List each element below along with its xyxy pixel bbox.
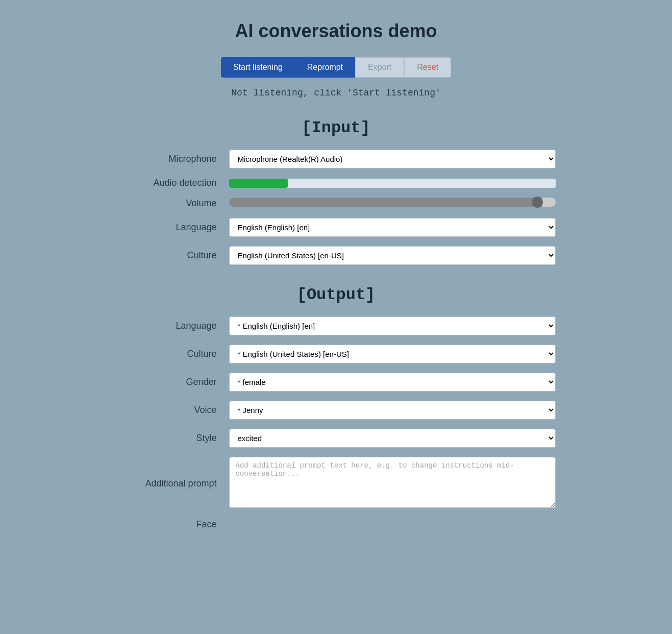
microphone-control[interactable]: Microphone (Realtek(R) Audio): [229, 150, 556, 168]
audio-detection-fill: [229, 179, 288, 188]
output-section: [Output] Language * English (English) [e…: [107, 285, 566, 530]
input-culture-control[interactable]: English (United States) [en-US]: [229, 246, 556, 265]
input-language-control[interactable]: English (English) [en]: [229, 218, 556, 237]
output-voice-row: Voice * Jenny: [117, 401, 556, 420]
output-culture-label: Culture: [117, 349, 229, 359]
output-language-label: Language: [117, 321, 229, 331]
additional-prompt-row: Additional prompt: [117, 457, 556, 510]
audio-detection-label: Audio detection: [117, 178, 229, 188]
output-language-control[interactable]: * English (English) [en]: [229, 316, 556, 335]
start-listening-button[interactable]: Start listening: [221, 57, 295, 78]
volume-control[interactable]: [229, 198, 556, 209]
output-gender-row: Gender * female: [117, 373, 556, 392]
output-style-select[interactable]: excited: [229, 429, 556, 448]
output-gender-select[interactable]: * female: [229, 373, 556, 392]
output-style-control[interactable]: excited: [229, 429, 556, 448]
output-style-row: Style excited: [117, 429, 556, 448]
output-voice-control[interactable]: * Jenny: [229, 401, 556, 420]
reset-button[interactable]: Reset: [404, 57, 451, 78]
input-culture-row: Culture English (United States) [en-US]: [117, 246, 556, 265]
output-style-label: Style: [117, 433, 229, 444]
additional-prompt-textarea[interactable]: [229, 457, 556, 508]
export-button[interactable]: Export: [355, 57, 404, 78]
volume-label: Volume: [117, 198, 229, 209]
audio-detection-bar-container: [229, 179, 556, 188]
input-section-title: [Input]: [117, 118, 556, 137]
output-culture-select[interactable]: * English (United States) [en-US]: [229, 345, 556, 363]
audio-detection-bar: [229, 179, 556, 188]
reprompt-button[interactable]: Reprompt: [295, 57, 355, 78]
input-language-row: Language English (English) [en]: [117, 218, 556, 237]
input-culture-label: Culture: [117, 250, 229, 261]
output-gender-control[interactable]: * female: [229, 373, 556, 392]
volume-row: Volume: [117, 198, 556, 209]
volume-slider[interactable]: [229, 198, 556, 207]
additional-prompt-control[interactable]: [229, 457, 556, 510]
output-voice-select[interactable]: * Jenny: [229, 401, 556, 420]
input-section: [Input] Microphone Microphone (Realtek(R…: [107, 118, 566, 265]
face-label: Face: [117, 519, 229, 530]
input-language-label: Language: [117, 222, 229, 233]
output-culture-row: Culture * English (United States) [en-US…: [117, 345, 556, 363]
output-language-row: Language * English (English) [en]: [117, 316, 556, 335]
output-culture-control[interactable]: * English (United States) [en-US]: [229, 345, 556, 363]
output-section-title: [Output]: [117, 285, 556, 304]
output-gender-label: Gender: [117, 377, 229, 387]
microphone-label: Microphone: [117, 154, 229, 164]
additional-prompt-label: Additional prompt: [117, 478, 229, 489]
microphone-row: Microphone Microphone (Realtek(R) Audio): [117, 150, 556, 168]
input-language-select[interactable]: English (English) [en]: [229, 218, 556, 237]
page-title: AI conversations demo: [0, 20, 672, 42]
audio-detection-row: Audio detection: [117, 178, 556, 188]
status-text: Not listening, click 'Start listening': [0, 88, 672, 98]
microphone-select[interactable]: Microphone (Realtek(R) Audio): [229, 150, 556, 168]
output-language-select[interactable]: * English (English) [en]: [229, 316, 556, 335]
toolbar: Start listening Reprompt Export Reset: [0, 57, 672, 78]
output-voice-label: Voice: [117, 405, 229, 416]
input-culture-select[interactable]: English (United States) [en-US]: [229, 246, 556, 265]
face-row: Face: [117, 519, 556, 530]
